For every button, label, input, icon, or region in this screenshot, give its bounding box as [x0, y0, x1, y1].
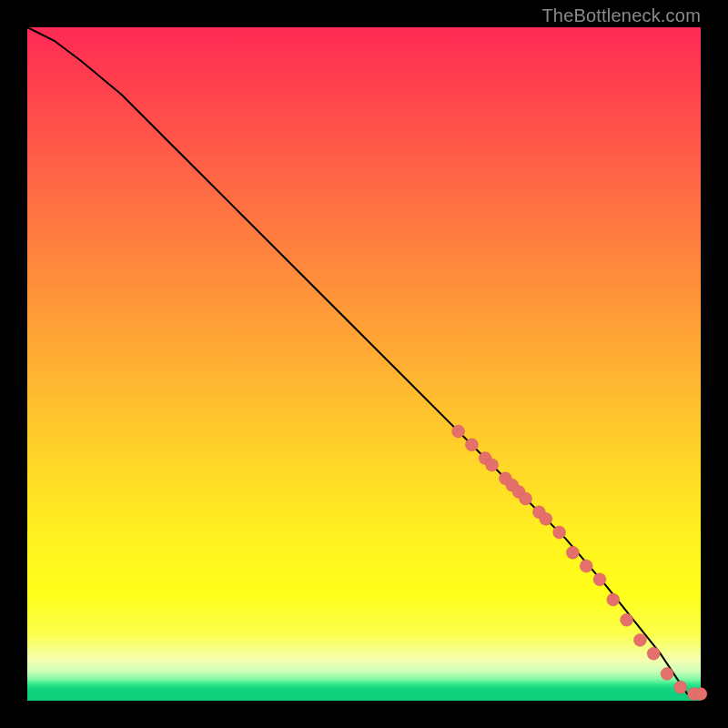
highlight-dot — [540, 512, 552, 525]
highlight-dot — [566, 546, 579, 559]
highlight-dot — [661, 667, 673, 680]
highlight-dot — [647, 647, 660, 660]
highlight-dot — [465, 439, 478, 451]
highlight-dot — [694, 688, 707, 701]
plot-overlay — [27, 27, 701, 701]
highlight-dot — [486, 459, 499, 471]
chart-stage: TheBottleneck.com — [0, 0, 728, 728]
highlight-dot — [553, 526, 566, 539]
bottleneck-curve — [27, 27, 701, 694]
highlight-dot — [580, 560, 592, 572]
highlight-dot — [452, 425, 465, 438]
highlight-dot — [674, 681, 687, 693]
highlight-dot — [520, 492, 532, 505]
highlight-dot — [607, 593, 620, 606]
highlight-dot — [621, 613, 633, 626]
highlight-dots-group — [452, 425, 707, 701]
attribution-label: TheBottleneck.com — [541, 5, 701, 26]
highlight-dot — [593, 573, 606, 586]
highlight-dot — [633, 633, 646, 646]
